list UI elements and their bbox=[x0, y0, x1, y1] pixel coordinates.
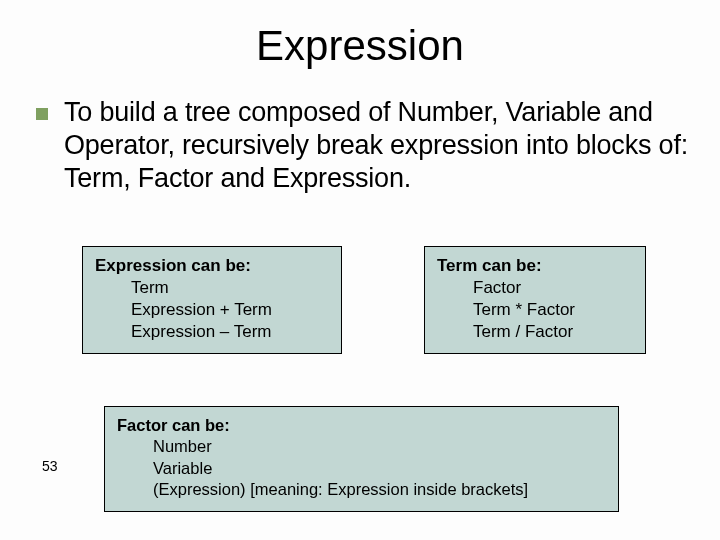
slide-title: Expression bbox=[0, 22, 720, 70]
box-heading: Term can be: bbox=[437, 255, 633, 277]
box-item: Number bbox=[117, 436, 606, 457]
box-item: Term * Factor bbox=[437, 299, 633, 321]
box-item: Term / Factor bbox=[437, 321, 633, 343]
box-heading: Factor can be: bbox=[117, 415, 606, 436]
box-item: Factor bbox=[437, 277, 633, 299]
term-box: Term can be: Factor Term * Factor Term /… bbox=[424, 246, 646, 354]
page-number: 53 bbox=[42, 458, 58, 474]
bullet-text: To build a tree composed of Number, Vari… bbox=[64, 96, 720, 195]
expression-box: Expression can be: Term Expression + Ter… bbox=[82, 246, 342, 354]
factor-box: Factor can be: Number Variable (Expressi… bbox=[104, 406, 619, 512]
box-item: (Expression) [meaning: Expression inside… bbox=[117, 479, 606, 500]
square-bullet-icon bbox=[36, 108, 48, 120]
box-item: Expression + Term bbox=[95, 299, 329, 321]
bullet-row: To build a tree composed of Number, Vari… bbox=[36, 96, 720, 195]
box-heading: Expression can be: bbox=[95, 255, 329, 277]
box-item: Term bbox=[95, 277, 329, 299]
box-item: Expression – Term bbox=[95, 321, 329, 343]
slide: Expression To build a tree composed of N… bbox=[0, 0, 720, 540]
box-item: Variable bbox=[117, 458, 606, 479]
